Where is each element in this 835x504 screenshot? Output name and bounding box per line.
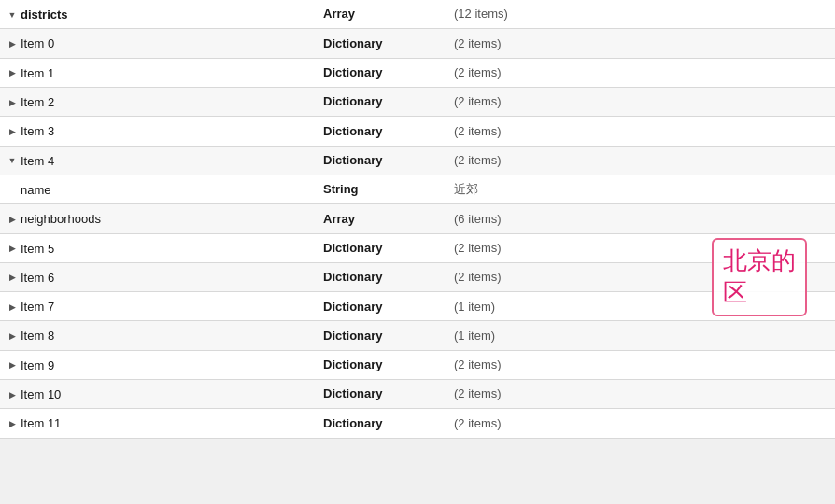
key-cell: Item 0 (0, 29, 318, 58)
value-cell: (2 items) (448, 117, 835, 146)
property-list-table: districtsArray(12 items)Item 0Dictionary… (0, 0, 835, 439)
disclosure-triangle[interactable] (6, 125, 19, 138)
type-cell: Dictionary (318, 29, 448, 58)
key-label: Item 10 (21, 387, 61, 401)
value-cell: (2 items) (448, 350, 835, 379)
value-cell: (2 items) (448, 409, 835, 438)
key-label: Item 9 (21, 358, 54, 372)
table-row: Item 4Dictionary(2 items) (0, 146, 835, 175)
key-cell: neighborhoods (0, 204, 318, 233)
table-row: neighborhoodsArray(6 items) (0, 204, 835, 233)
key-cell: Item 7 (0, 292, 318, 321)
type-cell: Dictionary (318, 409, 448, 438)
type-cell: Dictionary (318, 117, 448, 146)
key-cell: Item 5 (0, 233, 318, 262)
disclosure-triangle[interactable] (6, 358, 19, 371)
type-cell: Dictionary (318, 292, 448, 321)
key-label: neighborhoods (21, 212, 101, 226)
disclosure-triangle[interactable] (6, 329, 19, 343)
key-label: Item 0 (21, 36, 54, 50)
key-cell: Item 4 (0, 146, 318, 175)
disclosure-triangle[interactable] (6, 66, 19, 79)
key-cell: Item 3 (0, 117, 318, 146)
tooltip-line2: 区 (723, 278, 747, 306)
disclosure-triangle[interactable] (6, 388, 19, 401)
value-cell: (12 items) (448, 0, 835, 29)
type-cell: Dictionary (318, 87, 448, 116)
key-cell: Item 9 (0, 350, 318, 379)
key-label: Item 4 (21, 153, 54, 167)
type-cell: Dictionary (318, 262, 448, 291)
tooltip-overlay: 北京的 区 (712, 238, 807, 316)
disclosure-triangle[interactable] (6, 242, 19, 255)
key-label: Item 11 (21, 416, 61, 430)
key-label: Item 1 (21, 65, 54, 79)
key-cell: name (0, 175, 318, 203)
type-cell: Dictionary (318, 380, 448, 409)
key-cell: districts (0, 0, 318, 29)
key-label: Item 6 (21, 271, 54, 285)
disclosure-triangle[interactable] (6, 213, 19, 226)
key-label: Item 5 (21, 241, 54, 255)
key-cell: Item 1 (0, 58, 318, 87)
disclosure-triangle[interactable] (6, 271, 19, 284)
table-row: Item 0Dictionary(2 items) (0, 29, 835, 58)
value-cell: (2 items) (448, 380, 835, 409)
type-cell: Dictionary (318, 233, 448, 262)
key-label: Item 3 (21, 124, 54, 138)
key-cell: Item 11 (0, 409, 318, 438)
table-row: Item 10Dictionary(2 items) (0, 380, 835, 409)
key-label: Item 7 (21, 300, 54, 314)
table-row: Item 7Dictionary(1 item) (0, 292, 835, 321)
type-cell: Array (318, 204, 448, 233)
disclosure-triangle[interactable] (6, 301, 19, 314)
value-cell: (6 items) (448, 204, 835, 233)
key-label: Item 8 (21, 329, 54, 343)
table-row: Item 11Dictionary(2 items) (0, 409, 835, 438)
value-cell: (1 item) (448, 321, 835, 350)
table-row: districtsArray(12 items) (0, 0, 835, 29)
table-row: Item 1Dictionary(2 items) (0, 58, 835, 87)
type-cell: Dictionary (318, 321, 448, 350)
disclosure-triangle[interactable] (6, 154, 19, 167)
disclosure-triangle[interactable] (6, 417, 19, 430)
key-label: Item 2 (21, 95, 54, 109)
table-row: nameString近郊 (0, 175, 835, 203)
table-row: Item 6Dictionary(2 items) (0, 262, 835, 291)
disclosure-triangle[interactable] (6, 8, 19, 21)
table-row: Item 8Dictionary(1 item) (0, 321, 835, 350)
key-cell: Item 2 (0, 87, 318, 116)
key-cell: Item 10 (0, 380, 318, 409)
table-row: Item 9Dictionary(2 items) (0, 350, 835, 379)
value-cell: (2 items) (448, 146, 835, 175)
table-row: Item 2Dictionary(2 items) (0, 87, 835, 116)
type-cell: Dictionary (318, 58, 448, 87)
type-cell: String (318, 175, 448, 203)
value-cell: (2 items) (448, 58, 835, 87)
value-cell: 近郊 (448, 175, 835, 203)
key-cell: Item 8 (0, 321, 318, 350)
key-label: districts (21, 7, 68, 21)
value-cell: (2 items) (448, 29, 835, 58)
key-label: name (21, 183, 51, 197)
type-cell: Dictionary (318, 146, 448, 175)
table-row: Item 5Dictionary(2 items) (0, 233, 835, 262)
value-cell: (2 items) (448, 87, 835, 116)
disclosure-triangle[interactable] (6, 37, 19, 50)
disclosure-triangle[interactable] (6, 96, 19, 109)
table-row: Item 3Dictionary(2 items) (0, 117, 835, 146)
type-cell: Array (318, 0, 448, 29)
type-cell: Dictionary (318, 350, 448, 379)
key-cell: Item 6 (0, 262, 318, 291)
tooltip-line1: 北京的 (723, 246, 796, 274)
